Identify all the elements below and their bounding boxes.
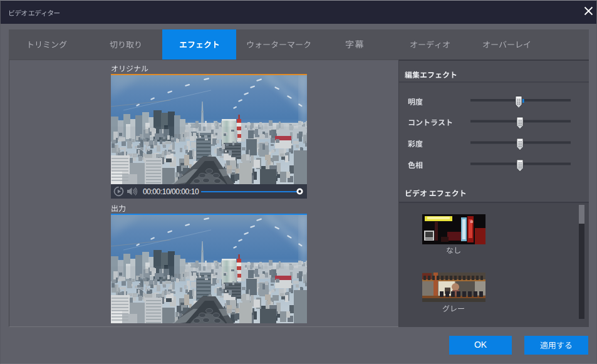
svg-text:R: R (470, 220, 474, 224)
